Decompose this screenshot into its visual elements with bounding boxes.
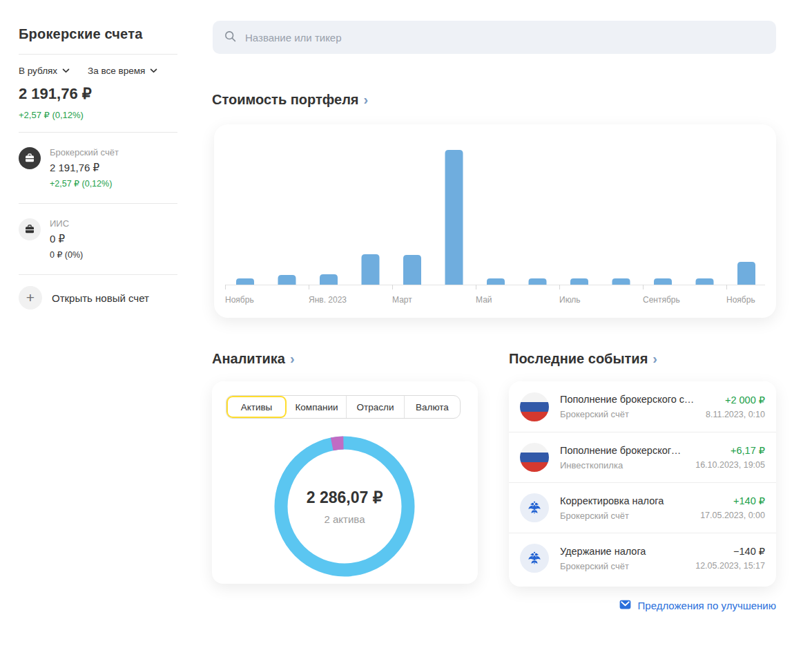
bar <box>278 275 296 285</box>
period-dropdown-label: За все время <box>88 66 145 76</box>
event-account: Брокерский счёт <box>560 511 689 521</box>
chevron-right-icon: › <box>364 93 369 106</box>
event-title: Пополнение брокерского сч... <box>560 445 684 456</box>
suggestions-link[interactable]: Предложения по улучшению <box>619 598 776 613</box>
chevron-right-icon: › <box>652 352 657 365</box>
event-account: Брокерский счёт <box>560 409 695 419</box>
analytics-section-link[interactable]: Аналитика › <box>212 351 295 367</box>
x-tick-label: Май <box>476 295 492 305</box>
total-balance: 2 191,76 ₽ <box>19 85 177 103</box>
event-account: Брокерский счёт <box>560 561 684 571</box>
account-name: ИИС <box>50 218 83 229</box>
sidebar: Брокерские счета В рублях За все время 2… <box>19 26 177 310</box>
event-title: Удержание налога <box>560 546 684 557</box>
chevron-down-icon <box>62 68 70 73</box>
search-icon <box>224 30 237 46</box>
event-date: 16.10.2023, 19:05 <box>695 460 765 470</box>
bar <box>612 278 630 285</box>
russia-flag-icon <box>520 443 549 472</box>
tab-label: Активы <box>241 402 273 412</box>
event-title: Пополнение брокерского счета <box>560 394 695 405</box>
accounts-list: Брокерский счёт 2 191,76 ₽ +2,57 ₽ (0,12… <box>19 133 177 274</box>
event-account: Инвесткопилка <box>560 460 684 470</box>
event-date: 8.11.2023, 0:10 <box>706 410 765 419</box>
bar <box>529 278 547 285</box>
briefcase-icon <box>19 218 41 240</box>
bar <box>236 278 254 285</box>
x-tick-label: Сентябрь <box>643 295 680 305</box>
portfolio-section-title: Стоимость портфеля <box>212 92 359 108</box>
tab-активы[interactable]: Активы <box>226 396 287 418</box>
x-tick-label: Ноябрь <box>726 295 755 305</box>
account-change: +2,57 ₽ (0,12%) <box>50 178 119 189</box>
open-account-button[interactable]: + Открыть новый счет <box>19 275 177 310</box>
account-name: Брокерский счёт <box>50 147 119 158</box>
suggestions-link-label: Предложения по улучшению <box>638 600 776 611</box>
tax-eagle-icon <box>520 544 549 573</box>
x-tick-label: Янв. 2023 <box>309 295 347 305</box>
analytics-tabs: Активы Компании Отрасли Валюта <box>226 395 461 419</box>
page-title: Брокерские счета <box>19 26 177 42</box>
currency-dropdown-label: В рублях <box>19 66 57 76</box>
event-title: Корректировка налога <box>560 495 689 506</box>
tab-отрасли[interactable]: Отрасли <box>347 396 405 418</box>
bar <box>737 262 755 285</box>
event-date: 17.05.2023, 0:00 <box>700 511 765 520</box>
event-row[interactable]: Пополнение брокерского сч... Инвесткопил… <box>509 432 776 482</box>
event-amount: +2 000 ₽ <box>706 394 765 406</box>
tax-eagle-icon <box>520 493 549 522</box>
portfolio-section-link[interactable]: Стоимость портфеля › <box>212 92 368 108</box>
chevron-right-icon: › <box>290 352 295 365</box>
bar <box>696 278 714 285</box>
tab-label: Компании <box>295 402 338 412</box>
open-account-label: Открыть новый счет <box>52 292 149 304</box>
event-amount: +140 ₽ <box>700 495 765 506</box>
analytics-section-title: Аналитика <box>212 351 285 367</box>
portfolio-bar-chart: НоябрьЯнв. 2023МартМайИюльСентябрьНоябрь <box>214 124 776 318</box>
divider <box>19 54 177 55</box>
account-value: 2 191,76 ₽ <box>50 162 119 174</box>
event-row[interactable]: Корректировка налога Брокерский счёт +14… <box>509 482 776 533</box>
envelope-icon <box>619 598 632 613</box>
briefcase-icon <box>19 147 41 169</box>
events-card: Пополнение брокерского счета Брокерский … <box>509 381 776 587</box>
bar <box>403 255 421 285</box>
russia-flag-icon <box>520 392 549 421</box>
bar <box>362 254 380 285</box>
event-row[interactable]: Пополнение брокерского счета Брокерский … <box>509 381 776 432</box>
search-input[interactable] <box>244 31 765 44</box>
currency-dropdown[interactable]: В рублях <box>19 66 70 76</box>
search-bar[interactable] <box>213 21 776 54</box>
bar <box>445 150 463 285</box>
plus-icon: + <box>19 286 42 310</box>
bar <box>570 278 588 285</box>
period-dropdown[interactable]: За все время <box>88 66 157 76</box>
total-change: +2,57 ₽ (0,12%) <box>19 110 177 120</box>
bar <box>487 278 505 285</box>
event-amount: +6,17 ₽ <box>695 445 765 456</box>
x-tick-label: Март <box>392 295 412 305</box>
chevron-down-icon <box>150 68 157 73</box>
event-date: 12.05.2023, 15:17 <box>695 561 765 571</box>
event-amount: −140 ₽ <box>695 546 765 557</box>
allocation-donut-chart <box>273 435 416 578</box>
donut-segment-main <box>281 443 408 570</box>
tab-label: Отрасли <box>357 402 394 412</box>
portfolio-chart-card: НоябрьЯнв. 2023МартМайИюльСентябрьНоябрь <box>214 124 776 318</box>
tab-label: Валюта <box>416 402 449 412</box>
x-tick-label: Ноябрь <box>225 295 254 305</box>
events-section-title: Последние события <box>509 351 648 367</box>
events-section-link[interactable]: Последние события › <box>509 351 657 367</box>
donut-segment-secondary <box>273 435 416 578</box>
tab-валюта[interactable]: Валюта <box>405 396 460 418</box>
account-change: 0 ₽ (0%) <box>50 249 83 260</box>
bar <box>320 274 338 285</box>
event-row[interactable]: Удержание налога Брокерский счёт −140 ₽ … <box>509 533 776 583</box>
account-value: 0 ₽ <box>50 233 83 245</box>
tab-компании[interactable]: Компании <box>287 396 347 418</box>
analytics-card: Активы Компании Отрасли Валюта 2 286,07 … <box>212 381 478 584</box>
bar <box>654 278 672 285</box>
account-item[interactable]: ИИС 0 ₽ 0 ₽ (0%) <box>19 204 177 274</box>
account-item[interactable]: Брокерский счёт 2 191,76 ₽ +2,57 ₽ (0,12… <box>19 133 177 203</box>
x-tick-label: Июль <box>559 295 581 305</box>
